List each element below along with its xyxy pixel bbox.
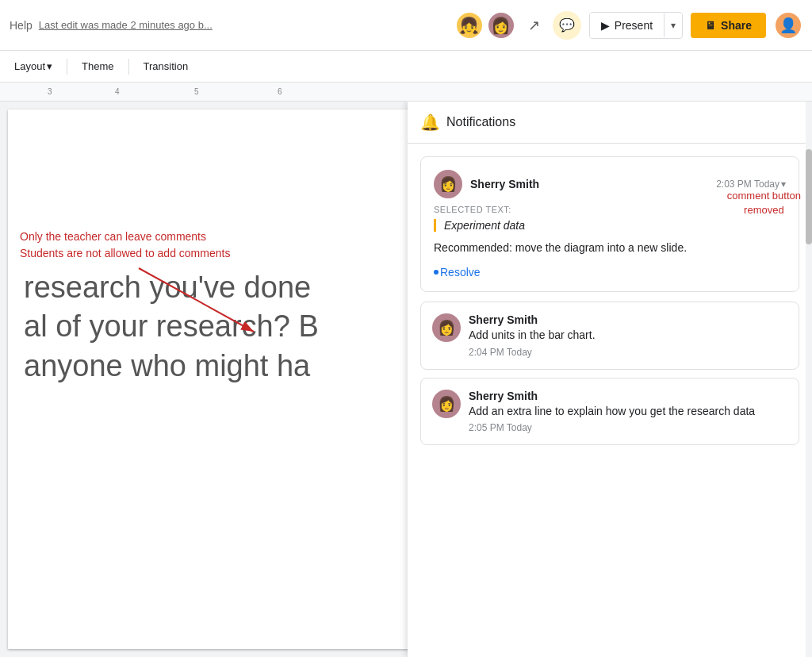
- slide-text-sub: al of your research? B: [24, 307, 431, 346]
- menu-item-transition[interactable]: Transition: [136, 57, 197, 75]
- last-edit-text: Last edit was made 2 minutes ago b...: [39, 19, 213, 31]
- toolbar-right: 👧 👩 ↗ 💬 ▶ Present ▾ 🖥 Share 👤: [455, 11, 802, 40]
- notifications-title: Notifications: [446, 115, 515, 129]
- present-label: Present: [615, 19, 653, 32]
- reply-author-row-2: 👩 Sherry Smith Add an extra line to expl…: [432, 390, 787, 434]
- main-content: Only the teacher can leave comments Stud…: [0, 102, 812, 657]
- share-button[interactable]: 🖥 Share: [691, 13, 766, 38]
- menu-item-theme[interactable]: Theme: [74, 57, 121, 75]
- comment-removed-text: comment button removed: [727, 190, 801, 216]
- notifications-header: 🔔 Notifications: [408, 102, 812, 144]
- comment-author-info: Sherry Smith: [470, 178, 539, 190]
- resolve-dot-icon: [434, 270, 439, 275]
- reply-info-1: Sherry Smith Add units in the bar chart.…: [469, 313, 596, 358]
- scrollbar-thumb[interactable]: [806, 149, 812, 244]
- annotation-overlay: Only the teacher can leave comments Stud…: [20, 229, 230, 262]
- reply-card-1: 👩 Sherry Smith Add units in the bar char…: [420, 302, 799, 370]
- avatar-current-user[interactable]: 👤: [774, 11, 802, 40]
- reply-body-2: Add an extra line to explain how you get…: [469, 404, 755, 420]
- resolve-label: Resolve: [440, 266, 481, 279]
- slide-text-third: anyone who might ha: [24, 347, 431, 386]
- menu-item-layout[interactable]: Layout ▾: [6, 57, 60, 75]
- comment-button-removed-label: comment button removed: [727, 189, 801, 217]
- bell-icon: 🔔: [420, 113, 440, 132]
- ruler-mark-5: 5: [194, 87, 199, 96]
- time-dropdown-icon: ▾: [781, 179, 786, 190]
- reply-avatar-2: 👩: [432, 390, 461, 418]
- ruler-mark-3: 3: [48, 87, 52, 96]
- ruler: 3 4 5 6: [0, 83, 812, 102]
- menu-separator-2: [128, 59, 129, 75]
- reply-author-row-1: 👩 Sherry Smith Add units in the bar char…: [432, 313, 787, 358]
- annotation-line2: Students are not allowed to add comments: [20, 245, 230, 262]
- avatar-user2[interactable]: 👩: [487, 11, 515, 40]
- layout-label: Layout: [14, 60, 45, 72]
- annotation-line1: Only the teacher can leave comments: [20, 229, 230, 245]
- trending-icon[interactable]: ↗: [523, 12, 545, 39]
- comment-author-row: 👩 Sherry Smith: [434, 170, 539, 198]
- avatar-user1[interactable]: 👧: [455, 11, 484, 40]
- layout-arrow-icon: ▾: [47, 60, 52, 72]
- toolbar-left: Help Last edit was made 2 minutes ago b.…: [10, 19, 455, 32]
- comments-list[interactable]: 👩 Sherry Smith 2:03 PM Today ▾ SELECTED …: [408, 144, 812, 657]
- comment-avatar-main: 👩: [434, 170, 462, 198]
- present-button-group: ▶ Present ▾: [589, 12, 683, 39]
- menu-separator-1: [67, 59, 67, 75]
- toolbar: Help Last edit was made 2 minutes ago b.…: [0, 0, 812, 51]
- main-comment-card: 👩 Sherry Smith 2:03 PM Today ▾ SELECTED …: [420, 156, 799, 292]
- reply-card-2: 👩 Sherry Smith Add an extra line to expl…: [420, 378, 799, 446]
- share-icon: 🖥: [705, 19, 716, 32]
- comment-time[interactable]: 2:03 PM Today ▾: [716, 179, 786, 190]
- present-main-btn[interactable]: ▶ Present: [590, 13, 664, 38]
- reply-info-2: Sherry Smith Add an extra line to explai…: [469, 390, 755, 434]
- reply-time-1: 2:04 PM Today: [469, 347, 596, 358]
- menubar: Layout ▾ Theme Transition: [0, 51, 812, 83]
- ruler-mark-6: 6: [278, 87, 282, 96]
- scrollbar[interactable]: [806, 102, 812, 657]
- comment-time-text: 2:03 PM Today: [716, 179, 779, 190]
- resolve-button[interactable]: Resolve: [434, 266, 786, 279]
- reply-time-2: 2:05 PM Today: [469, 422, 755, 433]
- ruler-mark-4: 4: [115, 87, 120, 96]
- slide-canvas: Only the teacher can leave comments Stud…: [8, 110, 447, 649]
- chat-icon: 💬: [559, 17, 575, 33]
- reply-avatar-1: 👩: [432, 313, 461, 342]
- reply-author-name-1: Sherry Smith: [469, 313, 596, 326]
- comment-body: Recommended: move the diagram into a new…: [434, 240, 786, 256]
- notifications-panel: 🔔 Notifications comment button removed: [408, 102, 812, 657]
- quoted-text: Experiment data: [434, 219, 786, 232]
- avatar-group: 👧 👩: [455, 11, 515, 40]
- comments-icon-btn[interactable]: 💬: [553, 11, 581, 40]
- reply-author-name-2: Sherry Smith: [469, 390, 755, 402]
- present-dropdown-btn[interactable]: ▾: [664, 13, 682, 37]
- reply-body-1: Add units in the bar chart.: [469, 328, 596, 344]
- help-link[interactable]: Help: [10, 19, 33, 32]
- present-play-icon: ▶: [601, 19, 610, 32]
- comment-author-name: Sherry Smith: [470, 178, 539, 190]
- slide-text-main: research you've done: [24, 268, 431, 307]
- share-label: Share: [721, 19, 752, 32]
